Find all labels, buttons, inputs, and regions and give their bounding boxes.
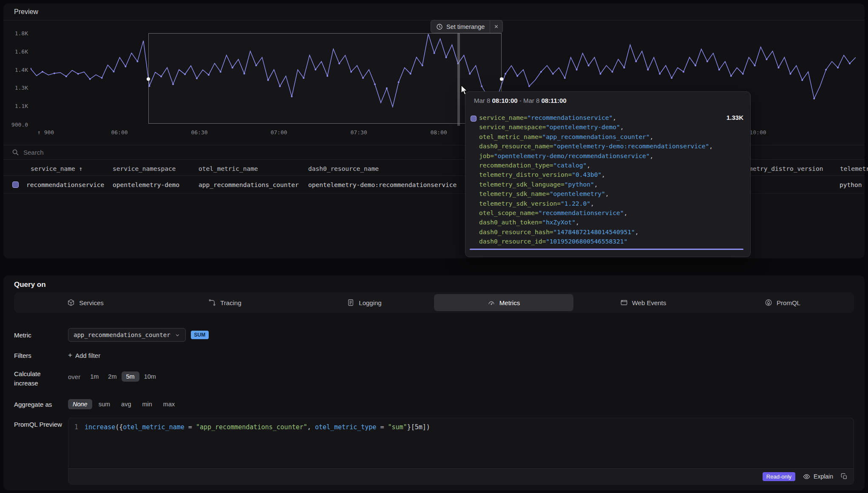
- y-axis-min-value: 900: [44, 129, 54, 136]
- tracing-icon: [208, 299, 216, 306]
- x-axis-tick: 06:30: [191, 129, 207, 136]
- copy-icon[interactable]: [841, 473, 848, 480]
- tooltip-attribute: recommendation_type="catalog",: [479, 161, 713, 170]
- promql-editor[interactable]: 1 increase({otel_metric_name = "app_reco…: [68, 418, 854, 484]
- set-timerange-control: Set timerange: [431, 20, 503, 33]
- tab-promql[interactable]: PromQL: [713, 294, 852, 311]
- agg-option-max[interactable]: max: [159, 399, 179, 409]
- chart-selection-region[interactable]: [148, 33, 502, 124]
- set-timerange-button[interactable]: Set timerange: [431, 20, 490, 33]
- query-source-tabs: Services Tracing Logging Metrics: [14, 292, 854, 313]
- tooltip-attribute: dash0_resource_id="10195206800546558321": [479, 237, 713, 246]
- calc-option-1m[interactable]: 1m: [85, 371, 103, 382]
- column-header[interactable]: service_namespace: [113, 165, 176, 172]
- logging-icon: [347, 299, 355, 306]
- add-filter-button[interactable]: + Add filter: [68, 351, 100, 360]
- explain-label: Explain: [814, 473, 833, 480]
- preview-title: Preview: [14, 8, 38, 16]
- tooltip-attribute: telemetry_sdk_version="1.22.0",: [479, 199, 713, 208]
- tooltip-value: 1.33K: [726, 114, 743, 121]
- table-cell: opentelemetry-demo:recommendationservice: [308, 181, 457, 188]
- set-timerange-label: Set timerange: [446, 23, 485, 30]
- calc-option-2m[interactable]: 2m: [103, 371, 121, 382]
- eye-icon: [803, 473, 810, 480]
- y-axis-tick: 900.0: [3, 122, 28, 128]
- agg-option-sum[interactable]: sum: [94, 399, 115, 409]
- y-axis-tick: 1.6K: [3, 48, 28, 55]
- query-on-title: Query on: [14, 280, 46, 289]
- promql-icon: [765, 299, 772, 306]
- explain-button[interactable]: Explain: [803, 473, 833, 480]
- agg-option-none[interactable]: None: [68, 399, 92, 409]
- table-cell: opentelemetry-demo: [113, 181, 179, 188]
- y-axis-tick: 1.8K: [3, 30, 28, 37]
- x-axis-tick: 07:00: [270, 129, 287, 136]
- query-panel: Query on Services Tracing Logging: [3, 275, 865, 490]
- tooltip-attribute: dash0_auth_token="hxZyXot",: [479, 218, 713, 227]
- x-axis-tick: 10:00: [749, 129, 766, 136]
- aggregate-as-label: Aggregate as: [14, 401, 52, 408]
- tooltip-attribute: otel_metric_name="app_recommendations_co…: [479, 132, 713, 142]
- metric-dropdown[interactable]: app_recommendations_counter: [68, 328, 186, 342]
- y-axis-tick: 1.3K: [3, 85, 28, 91]
- tab-web-events-label: Web Events: [632, 299, 667, 306]
- tooltip-series-swatch: [471, 116, 477, 122]
- promql-code-area[interactable]: 1 increase({otel_metric_name = "app_reco…: [68, 418, 854, 468]
- tooltip-attribute: otel_scope_name="recommendationservice",: [479, 208, 713, 218]
- close-timerange-button[interactable]: [490, 20, 502, 33]
- tooltip-attribute: job="opentelemetry-demo/recommendationse…: [479, 151, 713, 161]
- tab-tracing[interactable]: Tracing: [155, 294, 295, 311]
- clock-icon: [436, 23, 443, 30]
- tab-logging[interactable]: Logging: [295, 294, 434, 311]
- metric-aggregation-badge: SUM: [191, 331, 209, 339]
- column-header[interactable]: otel_metric_name: [199, 165, 258, 172]
- close-icon: [494, 24, 499, 29]
- series-color-swatch: [12, 181, 19, 188]
- tab-services-label: Services: [79, 299, 104, 306]
- calc-option-10m[interactable]: 10m: [139, 371, 161, 382]
- y-axis-tick: 1.1K: [3, 103, 28, 109]
- tab-metrics[interactable]: Metrics: [434, 294, 573, 311]
- tab-web-events[interactable]: Web Events: [573, 294, 713, 311]
- tooltip-attribute: dash0_resource_name="opentelemetry-demo:…: [479, 142, 713, 151]
- table-cell: recommendationservice: [26, 181, 104, 188]
- chart-crosshair: [457, 32, 460, 126]
- tab-services[interactable]: Services: [16, 294, 155, 311]
- search-input[interactable]: [23, 149, 236, 156]
- table-cell: app_recommendations_counter: [199, 181, 299, 188]
- chart-tooltip: Mar 8 08:10:00 - Mar 8 08:11:00 1.33K se…: [465, 91, 751, 257]
- over-label: over: [68, 373, 80, 380]
- search-icon: [12, 149, 19, 156]
- column-header[interactable]: service_name ↑: [31, 165, 82, 172]
- tab-metrics-label: Metrics: [499, 299, 520, 306]
- x-axis-tick: 08:00: [430, 129, 447, 136]
- promql-preview-label: PromQL Preview: [14, 421, 62, 428]
- line-number: 1: [74, 423, 78, 431]
- column-header[interactable]: telemetry_sdk_language: [840, 165, 868, 172]
- tooltip-attribute: dash0_resource_hash="1478487214801454095…: [479, 227, 713, 237]
- x-axis-tick: 06:00: [111, 129, 128, 136]
- editor-status-bar: Read-only Explain: [68, 468, 854, 484]
- calc-option-5m[interactable]: 5m: [122, 371, 139, 382]
- preview-panel: Preview Set timerange 1.8K1.6K1.4K1.3K1.…: [3, 3, 865, 258]
- tooltip-attribute: telemetry_sdk_language="python",: [479, 180, 713, 189]
- web-events-icon: [620, 299, 628, 306]
- tooltip-attribute: service_namespace="opentelemetry-demo",: [479, 122, 713, 132]
- readonly-badge: Read-only: [763, 472, 795, 481]
- tooltip-attribute: telemetry_sdk_name="opentelemetry",: [479, 189, 713, 198]
- y-axis-min-indicator: ↑ 900: [37, 129, 54, 136]
- services-icon: [67, 299, 75, 306]
- agg-option-avg[interactable]: avg: [116, 399, 136, 409]
- tab-logging-label: Logging: [359, 299, 381, 306]
- filters-label: Filters: [14, 352, 31, 359]
- plus-icon: +: [68, 351, 72, 360]
- tooltip-attributes: service_name="recommendationservice",ser…: [479, 113, 713, 246]
- promql-code-line: increase({otel_metric_name = "app_recomm…: [85, 423, 430, 431]
- column-header[interactable]: dash0_resource_name: [308, 165, 379, 172]
- tab-promql-label: PromQL: [777, 299, 800, 306]
- agg-option-min[interactable]: min: [137, 399, 156, 409]
- tooltip-series-underline: [470, 249, 743, 250]
- tooltip-attribute: telemetry_distro_version="0.43b0",: [479, 170, 713, 179]
- preview-header: Preview: [3, 3, 865, 20]
- metrics-icon: [488, 299, 495, 306]
